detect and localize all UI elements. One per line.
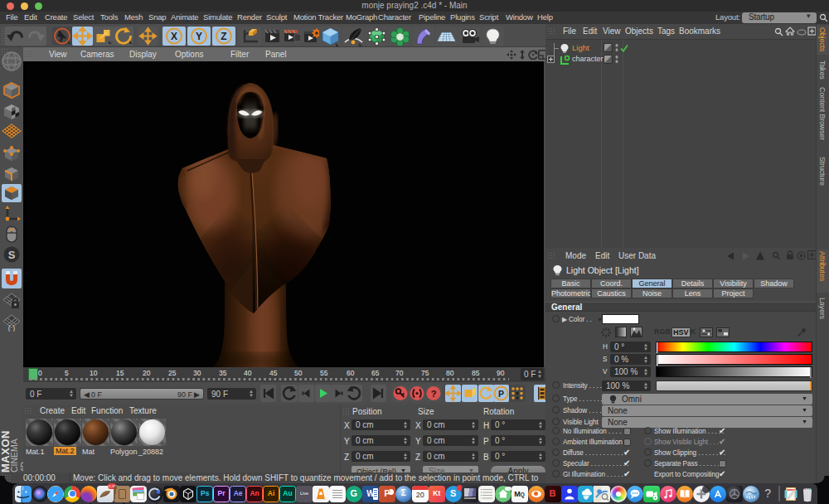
- svg-text:S: S: [8, 249, 16, 261]
- svg-text:?: ?: [431, 389, 437, 399]
- svg-text:P: P: [498, 389, 504, 399]
- svg-text:Z: Z: [221, 31, 226, 42]
- svg-text:( ): ( ): [8, 324, 16, 332]
- svg-text:Y: Y: [196, 31, 202, 42]
- svg-text:X: X: [171, 31, 177, 42]
